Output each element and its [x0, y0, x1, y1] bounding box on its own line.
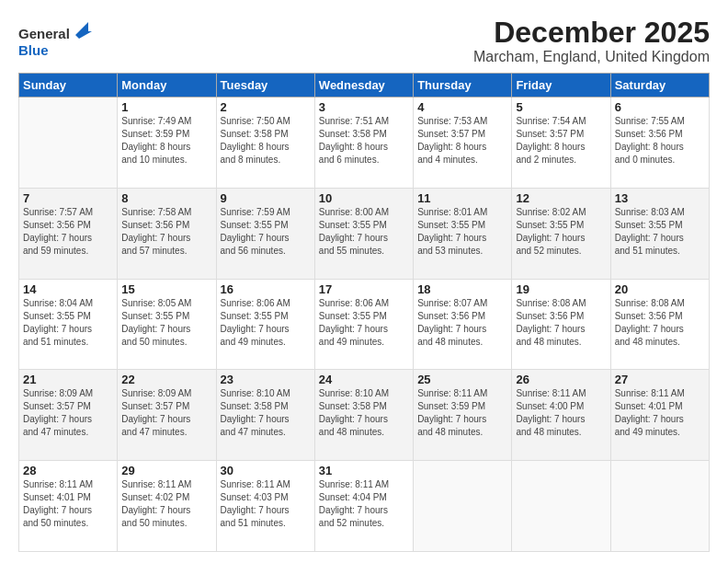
- cell-info: Sunrise: 8:08 AMSunset: 3:56 PMDaylight:…: [516, 297, 606, 349]
- col-tuesday: Tuesday: [216, 74, 314, 98]
- cell-info: Sunrise: 8:00 AMSunset: 3:55 PMDaylight:…: [319, 206, 409, 258]
- day-number: 21: [23, 373, 113, 386]
- cell-info: Sunrise: 7:51 AMSunset: 3:58 PMDaylight:…: [319, 115, 409, 167]
- table-cell: 26Sunrise: 8:11 AMSunset: 4:00 PMDayligh…: [512, 370, 610, 461]
- title-block: December 2025 Marcham, England, United K…: [473, 17, 710, 65]
- table-cell: 15Sunrise: 8:05 AMSunset: 3:55 PMDayligh…: [118, 279, 216, 370]
- page: General Blue December 2025 Marcham, Engl…: [0, 0, 728, 563]
- cell-info: Sunrise: 7:50 AMSunset: 3:58 PMDaylight:…: [221, 115, 311, 167]
- day-number: 8: [121, 191, 211, 205]
- cell-info: Sunrise: 8:03 AMSunset: 3:55 PMDaylight:…: [615, 206, 705, 258]
- col-friday: Friday: [512, 74, 610, 98]
- table-cell: 23Sunrise: 8:10 AMSunset: 3:58 PMDayligh…: [216, 370, 314, 461]
- cell-info: Sunrise: 7:59 AMSunset: 3:55 PMDaylight:…: [221, 206, 311, 258]
- day-number: 9: [221, 191, 311, 205]
- header: General Blue December 2025 Marcham, Engl…: [18, 17, 710, 65]
- day-number: 29: [121, 464, 211, 477]
- logo: General Blue: [18, 20, 92, 59]
- day-number: 19: [516, 282, 606, 296]
- table-cell: 2Sunrise: 7:50 AMSunset: 3:58 PMDaylight…: [216, 98, 314, 189]
- day-number: 13: [615, 191, 705, 205]
- day-number: 28: [23, 464, 113, 477]
- logo-icon: [72, 18, 92, 39]
- table-cell: 13Sunrise: 8:03 AMSunset: 3:55 PMDayligh…: [610, 188, 709, 279]
- day-number: 27: [615, 373, 705, 386]
- day-number: 31: [319, 464, 409, 477]
- table-cell: 3Sunrise: 7:51 AMSunset: 3:58 PMDaylight…: [314, 98, 413, 189]
- cell-info: Sunrise: 8:09 AMSunset: 3:57 PMDaylight:…: [121, 387, 211, 439]
- table-cell: 22Sunrise: 8:09 AMSunset: 3:57 PMDayligh…: [118, 370, 216, 461]
- cell-info: Sunrise: 8:11 AMSunset: 4:01 PMDaylight:…: [23, 478, 113, 530]
- col-saturday: Saturday: [610, 74, 709, 98]
- table-cell: [512, 461, 610, 552]
- day-number: 7: [23, 191, 113, 205]
- day-number: 1: [121, 100, 211, 114]
- day-number: 26: [516, 373, 606, 386]
- col-thursday: Thursday: [414, 74, 512, 98]
- day-number: 2: [221, 100, 311, 114]
- svg-marker-0: [75, 22, 92, 39]
- cell-info: Sunrise: 8:06 AMSunset: 3:55 PMDaylight:…: [319, 297, 409, 349]
- table-cell: 19Sunrise: 8:08 AMSunset: 3:56 PMDayligh…: [512, 279, 610, 370]
- table-cell: 12Sunrise: 8:02 AMSunset: 3:55 PMDayligh…: [512, 188, 610, 279]
- page-title: December 2025: [473, 17, 710, 49]
- calendar-row: 21Sunrise: 8:09 AMSunset: 3:57 PMDayligh…: [19, 370, 710, 461]
- day-number: 12: [516, 191, 606, 205]
- cell-info: Sunrise: 8:11 AMSunset: 4:01 PMDaylight:…: [615, 387, 705, 439]
- table-cell: 17Sunrise: 8:06 AMSunset: 3:55 PMDayligh…: [314, 279, 413, 370]
- cell-info: Sunrise: 8:05 AMSunset: 3:55 PMDaylight:…: [121, 297, 211, 349]
- calendar-row: 7Sunrise: 7:57 AMSunset: 3:56 PMDaylight…: [19, 188, 710, 279]
- col-sunday: Sunday: [19, 74, 118, 98]
- day-number: 25: [417, 373, 507, 386]
- calendar-row: 28Sunrise: 8:11 AMSunset: 4:01 PMDayligh…: [19, 461, 710, 552]
- calendar-header-row: Sunday Monday Tuesday Wednesday Thursday…: [19, 74, 710, 98]
- table-cell: 4Sunrise: 7:53 AMSunset: 3:57 PMDaylight…: [414, 98, 512, 189]
- table-cell: 29Sunrise: 8:11 AMSunset: 4:02 PMDayligh…: [118, 461, 216, 552]
- day-number: 17: [319, 282, 409, 296]
- table-cell: [19, 98, 118, 189]
- day-number: 18: [417, 282, 507, 296]
- cell-info: Sunrise: 8:11 AMSunset: 3:59 PMDaylight:…: [417, 387, 507, 439]
- cell-info: Sunrise: 8:10 AMSunset: 3:58 PMDaylight:…: [319, 387, 409, 439]
- table-cell: 30Sunrise: 8:11 AMSunset: 4:03 PMDayligh…: [216, 461, 314, 552]
- day-number: 4: [417, 100, 507, 114]
- table-cell: 1Sunrise: 7:49 AMSunset: 3:59 PMDaylight…: [118, 98, 216, 189]
- day-number: 3: [319, 100, 409, 114]
- table-cell: 9Sunrise: 7:59 AMSunset: 3:55 PMDaylight…: [216, 188, 314, 279]
- calendar-row: 14Sunrise: 8:04 AMSunset: 3:55 PMDayligh…: [19, 279, 710, 370]
- day-number: 16: [221, 282, 311, 296]
- table-cell: 20Sunrise: 8:08 AMSunset: 3:56 PMDayligh…: [610, 279, 709, 370]
- cell-info: Sunrise: 8:01 AMSunset: 3:55 PMDaylight:…: [417, 206, 507, 258]
- table-cell: 14Sunrise: 8:04 AMSunset: 3:55 PMDayligh…: [19, 279, 118, 370]
- col-monday: Monday: [118, 74, 216, 98]
- day-number: 6: [615, 100, 705, 114]
- cell-info: Sunrise: 8:11 AMSunset: 4:03 PMDaylight:…: [221, 478, 311, 530]
- calendar-row: 1Sunrise: 7:49 AMSunset: 3:59 PMDaylight…: [19, 98, 710, 189]
- table-cell: 28Sunrise: 8:11 AMSunset: 4:01 PMDayligh…: [19, 461, 118, 552]
- table-cell: 24Sunrise: 8:10 AMSunset: 3:58 PMDayligh…: [314, 370, 413, 461]
- day-number: 5: [516, 100, 606, 114]
- table-cell: 16Sunrise: 8:06 AMSunset: 3:55 PMDayligh…: [216, 279, 314, 370]
- cell-info: Sunrise: 8:11 AMSunset: 4:02 PMDaylight:…: [121, 478, 211, 530]
- cell-info: Sunrise: 8:11 AMSunset: 4:00 PMDaylight:…: [516, 387, 606, 439]
- table-cell: [610, 461, 709, 552]
- logo-general: General: [18, 26, 70, 41]
- table-cell: 27Sunrise: 8:11 AMSunset: 4:01 PMDayligh…: [610, 370, 709, 461]
- cell-info: Sunrise: 8:04 AMSunset: 3:55 PMDaylight:…: [23, 297, 113, 349]
- day-number: 22: [121, 373, 211, 386]
- cell-info: Sunrise: 8:08 AMSunset: 3:56 PMDaylight:…: [615, 297, 705, 349]
- calendar-table: Sunday Monday Tuesday Wednesday Thursday…: [18, 73, 710, 552]
- cell-info: Sunrise: 7:54 AMSunset: 3:57 PMDaylight:…: [516, 115, 606, 167]
- table-cell: 25Sunrise: 8:11 AMSunset: 3:59 PMDayligh…: [414, 370, 512, 461]
- cell-info: Sunrise: 8:10 AMSunset: 3:58 PMDaylight:…: [221, 387, 311, 439]
- page-subtitle: Marcham, England, United Kingdom: [473, 49, 710, 65]
- table-cell: 21Sunrise: 8:09 AMSunset: 3:57 PMDayligh…: [19, 370, 118, 461]
- cell-info: Sunrise: 7:57 AMSunset: 3:56 PMDaylight:…: [23, 206, 113, 258]
- cell-info: Sunrise: 7:53 AMSunset: 3:57 PMDaylight:…: [417, 115, 507, 167]
- day-number: 24: [319, 373, 409, 386]
- day-number: 11: [417, 191, 507, 205]
- day-number: 30: [221, 464, 311, 477]
- cell-info: Sunrise: 8:02 AMSunset: 3:55 PMDaylight:…: [516, 206, 606, 258]
- day-number: 20: [615, 282, 705, 296]
- cell-info: Sunrise: 8:07 AMSunset: 3:56 PMDaylight:…: [417, 297, 507, 349]
